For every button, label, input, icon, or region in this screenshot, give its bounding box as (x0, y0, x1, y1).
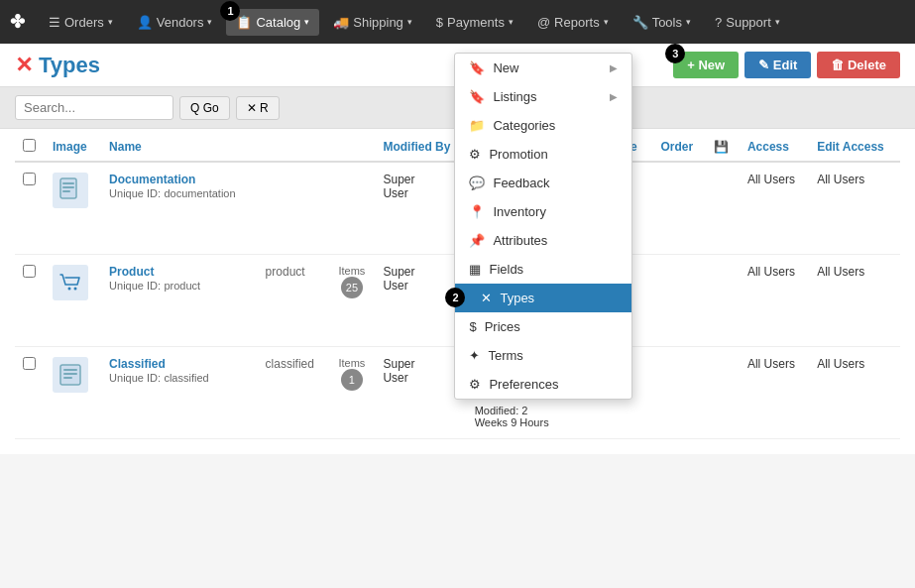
row-items-documentation (328, 162, 375, 255)
nav-vendors[interactable]: 👤 Vendors ▾ (127, 9, 223, 36)
nav-catalog-label: Catalog (256, 15, 300, 30)
dropdown-types[interactable]: 2 ✕ Types (455, 284, 631, 312)
col-access: Access (740, 129, 809, 162)
nav-orders-label: Orders (64, 15, 104, 30)
row-edit-access-documentation: All Users (809, 162, 900, 255)
row-access-classified: All Users (740, 347, 809, 439)
row-uid-product: product (164, 280, 200, 292)
nav-shipping[interactable]: 🚚 Shipping ▾ (323, 9, 422, 36)
dropdown-terms-label: Terms (488, 348, 522, 363)
catalog-caret: ▾ (304, 17, 309, 27)
tools-caret: ▾ (686, 17, 691, 27)
edit-button[interactable]: ✎ Edit (744, 52, 811, 78)
row-name-documentation[interactable]: Documentation (109, 173, 195, 186)
col-items (328, 129, 375, 162)
nav-reports-label: Reports (554, 15, 600, 30)
prices-icon: $ (469, 319, 476, 334)
dropdown-terms[interactable]: ✦ Terms (455, 341, 631, 370)
payments-icon: $ (436, 15, 443, 30)
nav-support-label: Support (726, 15, 771, 30)
row-checkbox-classified[interactable] (23, 357, 36, 370)
row-uid-label-documentation: Unique ID: (109, 187, 161, 199)
reports-caret: ▾ (604, 17, 609, 27)
page-title: Types (39, 53, 100, 78)
inventory-icon: 📍 (469, 204, 485, 219)
dropdown-feedback[interactable]: 💬 Feedback (455, 169, 631, 197)
nav-support[interactable]: ? Support ▾ (705, 9, 790, 36)
row-access-documentation: All Users (740, 162, 809, 255)
row-uid-documentation: documentation (164, 187, 235, 199)
nav-catalog[interactable]: 1 📋 Catalog ▾ 🔖 New ▶ 🔖 Listings ▶ (226, 9, 319, 36)
orders-caret: ▾ (108, 17, 113, 27)
dropdown-preferences-label: Preferences (489, 377, 558, 392)
dropdown-attributes[interactable]: 📌 Attributes (455, 226, 631, 255)
row-save-documentation (706, 162, 740, 255)
row-modified-by-classified: SuperUser (375, 347, 466, 439)
nav-tools-label: Tools (652, 15, 682, 30)
tools-icon: 🔧 (632, 15, 648, 30)
dropdown-categories-label: Categories (493, 118, 555, 133)
cart-icon (57, 269, 84, 296)
row-checkbox-product[interactable] (23, 265, 36, 278)
row-order-documentation (652, 162, 705, 255)
vendors-caret: ▾ (207, 17, 212, 27)
svg-rect-8 (63, 373, 77, 375)
attributes-icon: 📌 (469, 233, 485, 248)
row-save-classified (706, 347, 740, 439)
svg-rect-9 (63, 377, 72, 379)
nav-tools[interactable]: 🔧 Tools ▾ (623, 9, 701, 36)
navbar: ✤ ☰ Orders ▾ 👤 Vendors ▾ 1 📋 Catalog ▾ 🔖… (0, 0, 915, 44)
row-name-classified[interactable]: Classified (109, 357, 166, 371)
row-image-documentation (53, 173, 88, 208)
nav-payments-label: Payments (447, 15, 505, 30)
col-save: 💾 (706, 129, 740, 162)
col-name[interactable]: Name (101, 129, 258, 162)
row-edit-access-classified: All Users (809, 347, 900, 439)
classified-icon (57, 361, 84, 389)
dropdown-feedback-label: Feedback (493, 176, 549, 190)
items-count-product: 25 (341, 277, 363, 298)
catalog-dropdown: 🔖 New ▶ 🔖 Listings ▶ 📁 Categories (454, 53, 632, 400)
terms-icon: ✦ (469, 348, 480, 363)
dropdown-promotion[interactable]: ⚙ Promotion (455, 140, 631, 169)
types-icon: ✕ (481, 291, 492, 305)
svg-rect-1 (62, 182, 74, 184)
row-uid-classified: classified (164, 372, 208, 384)
dropdown-preferences[interactable]: ⚙ Preferences (455, 370, 631, 399)
go-button[interactable]: Q Go (179, 96, 230, 120)
dropdown-categories[interactable]: 📁 Categories (455, 111, 631, 140)
row-access-product: All Users (740, 255, 809, 347)
reset-button[interactable]: ✕ R (236, 96, 280, 120)
step2-badge: 2 (445, 288, 465, 307)
row-modified-by-documentation: SuperUser (375, 162, 466, 255)
document-icon (57, 176, 84, 204)
dropdown-prices-label: Prices (485, 319, 520, 334)
row-alias-documentation (258, 162, 329, 255)
row-edit-access-product: All Users (809, 255, 900, 347)
dropdown-listings[interactable]: 🔖 Listings ▶ (455, 82, 631, 111)
types-title-icon: ✕ (15, 53, 33, 78)
reports-icon: @ (537, 15, 550, 30)
row-order-classified (652, 347, 705, 439)
dropdown-inventory[interactable]: 📍 Inventory (455, 197, 631, 226)
promotion-icon: ⚙ (469, 147, 481, 162)
nav-reports[interactable]: @ Reports ▾ (527, 9, 619, 36)
row-checkbox-documentation[interactable] (23, 173, 36, 185)
dropdown-fields[interactable]: ▦ Fields (455, 255, 631, 284)
search-input[interactable] (15, 95, 173, 120)
dropdown-attributes-label: Attributes (493, 233, 547, 248)
row-items-product: Items 25 (328, 255, 375, 347)
select-all-checkbox[interactable] (23, 139, 36, 152)
nav-orders[interactable]: ☰ Orders ▾ (39, 9, 123, 36)
shipping-icon: 🚚 (333, 15, 349, 30)
col-order: Order (652, 129, 705, 162)
support-caret: ▾ (775, 17, 780, 27)
support-icon: ? (715, 15, 722, 30)
nav-payments[interactable]: $ Payments ▾ (426, 9, 523, 36)
row-name-product[interactable]: Product (109, 265, 154, 279)
dropdown-new[interactable]: 🔖 New ▶ (455, 54, 631, 82)
dropdown-prices[interactable]: $ Prices (455, 312, 631, 341)
dropdown-types-label: Types (500, 291, 534, 305)
delete-button[interactable]: 🗑 Delete (817, 52, 900, 78)
preferences-icon: ⚙ (469, 377, 481, 392)
